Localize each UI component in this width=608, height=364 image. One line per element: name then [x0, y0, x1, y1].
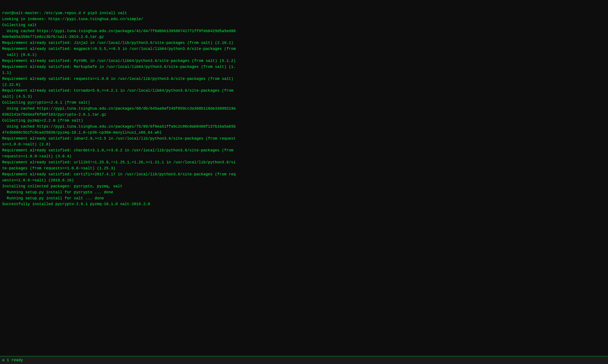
terminal-line: uests>=1.0.0->salt) (2019.6.16): [2, 178, 606, 183]
terminal-line: (2.22.0): [2, 82, 606, 88]
terminal-line: te-packages (from requests>=1.0.0->salt)…: [2, 166, 606, 171]
terminal-line: Requirement already satisfied: Jinja2 in…: [2, 40, 606, 46]
terminal-line: s>=1.0.0->salt) (2.8): [2, 142, 606, 147]
terminal-output: root@salt-master: /etc/yum.repos.d # pip…: [0, 0, 608, 211]
terminal-line: Collecting pyzmq>=2.2.0 (from salt): [2, 118, 606, 124]
terminal-line: Requirement already satisfied: requests>…: [2, 76, 606, 82]
terminal-line: Using cached https://pypi.tuna.tsinghua.…: [2, 106, 606, 112]
terminal-line: Collecting salt: [2, 22, 606, 28]
terminal-line: Installing collected packages: pycrypto,…: [2, 183, 606, 190]
terminal-line: Collecting pycrypto>=2.6.1 (from salt): [2, 100, 606, 106]
terminal-line: Requirement already satisfied: msgpack!=…: [2, 46, 606, 52]
terminal-line: Requirement already satisfied: idna<2.9,…: [2, 136, 606, 142]
terminal-line: Requirement already satisfied: chardet<3…: [2, 147, 606, 154]
terminal-line: 0de9ab5a358e771e8cc3b76/salt-2019.2.0.ta…: [2, 34, 606, 40]
terminal-line: 47e3b060c5b1fc9ca425836/pyzmq-18.1.0-cp3…: [2, 130, 606, 136]
terminal-line: salt) (0.6.1): [2, 52, 606, 58]
terminal-line: Requirement already satisfied: tornado<5…: [2, 88, 606, 94]
terminal-line: Requirement already satisfied: MarkupSaf…: [2, 64, 606, 70]
terminal-line: Running setup.py install for salt ... do…: [2, 195, 606, 201]
terminal-line: Requirement already satisfied: PyYAML in…: [2, 58, 606, 64]
terminal-line: Using cached https://pypi.tuna.tsinghua.…: [2, 124, 606, 130]
terminal-line: Successfully installed pycrypto-2.6.1 py…: [2, 201, 606, 207]
terminal-line: requests>=1.0.0->salt) (3.0.4): [2, 154, 606, 159]
terminal-line: 1.1): [2, 70, 606, 76]
terminal-line: 0362141e75d4eaf6f80f163/pycrypto-2.6.1.t…: [2, 112, 606, 118]
terminal-line: Requirement already satisfied: urllib3!=…: [2, 159, 606, 166]
terminal-line: salt) (4.5.3): [2, 94, 606, 100]
terminal-line: Running setup.py install for pycrypto ..…: [2, 190, 606, 195]
terminal-line: Using cached https://pypi.tuna.tsinghua.…: [2, 28, 606, 34]
terminal-line: Looking in indexes: https://pypi.tuna.ts…: [2, 16, 606, 22]
terminal-line: root@salt-master: /etc/yum.repos.d # pip…: [2, 10, 606, 16]
status-ready: a 1 ready: [2, 358, 23, 362]
terminal-line: Requirement already satisfied: certifi>=…: [2, 171, 606, 178]
status-bar: a 1 ready: [0, 356, 608, 364]
